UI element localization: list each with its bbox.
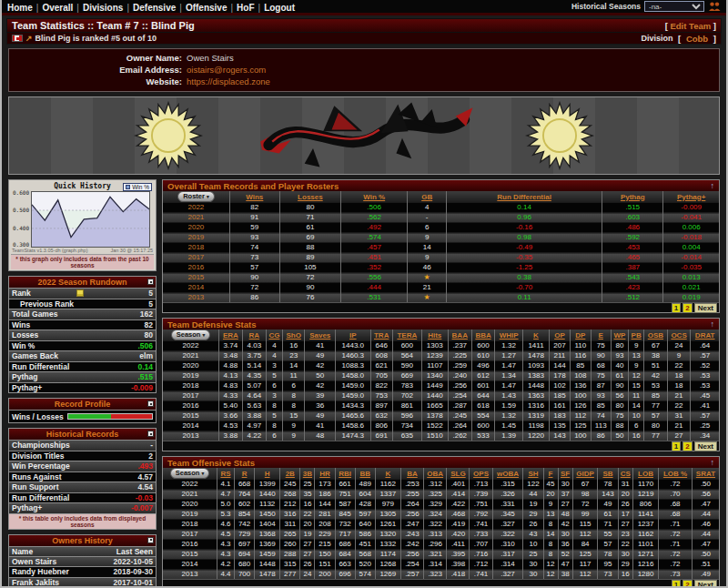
page-button-2[interactable]: 2 — [682, 303, 692, 313]
column-sort-link[interactable]: DP — [570, 329, 591, 341]
season-link[interactable]: 2016 — [163, 263, 229, 273]
season-link[interactable]: 2014 — [163, 283, 229, 293]
table-row: 201657105.35246-1.25.387-0.035 — [163, 263, 719, 273]
column-sort-link[interactable]: OSB — [644, 329, 668, 341]
stat-row: Games Backelm — [9, 350, 156, 361]
column-sort-link[interactable]: ERA — [218, 329, 242, 341]
stat-row: Pythag+-0.009 — [9, 382, 156, 393]
season-link[interactable]: 2015 — [163, 273, 229, 283]
column-sort-link[interactable]: Pythag — [602, 191, 663, 203]
column-sort-link[interactable]: LOB % — [659, 468, 693, 480]
season-link[interactable]: 2018 — [163, 243, 229, 253]
next-page-button[interactable]: Next — [694, 441, 717, 451]
edit-team-link[interactable]: Edit Team — [670, 21, 711, 31]
historical-seasons-select[interactable]: -na- — [644, 1, 704, 12]
stat-row: Runs Against4.57 — [9, 471, 156, 482]
column-sort-link[interactable]: HR — [315, 468, 335, 480]
email-link[interactable]: oistairs@rogers.com — [187, 65, 266, 75]
column-sort-link[interactable]: BBA — [471, 329, 495, 341]
nav-offensive[interactable]: Offensive — [186, 3, 228, 13]
column-sort-link[interactable]: SRAT — [692, 468, 719, 480]
next-page-button[interactable]: Next — [694, 580, 717, 588]
column-sort-link[interactable]: Pythag+ — [663, 191, 719, 203]
collapse-icon[interactable]: ↑ — [711, 320, 715, 329]
column-sort-link[interactable]: H — [255, 468, 280, 480]
team-banner — [8, 96, 720, 175]
column-sort-link[interactable]: wOBA — [492, 468, 523, 480]
page-button-1[interactable]: 1 — [672, 441, 681, 451]
column-sort-link[interactable]: RS — [217, 468, 234, 480]
collapse-icon[interactable]: ↑ — [711, 459, 715, 467]
panel-title: Record Profile — [55, 400, 111, 409]
column-sort-link[interactable]: OCS — [667, 329, 691, 341]
column-sort-link[interactable]: GB — [408, 191, 447, 203]
column-sort-link[interactable]: CG — [266, 329, 282, 341]
column-sort-link[interactable]: 2B — [280, 468, 300, 480]
column-sort-link[interactable]: K — [375, 468, 400, 480]
column-sort-link[interactable]: R — [235, 468, 255, 480]
website-link[interactable]: https://displaced.zone — [187, 76, 270, 86]
column-sort-link[interactable]: IP — [336, 329, 370, 341]
next-page-button[interactable]: Next — [694, 303, 717, 313]
nav-logout[interactable]: Logout — [264, 3, 295, 13]
nav-home[interactable]: Home — [7, 3, 33, 13]
nav-hof[interactable]: HoF — [237, 3, 254, 13]
column-sort-link[interactable]: WP — [611, 329, 628, 341]
season-link[interactable]: 2013 — [163, 293, 229, 303]
collapse-icon[interactable]: ↑ — [711, 182, 715, 190]
column-sort-link[interactable]: DRAT — [691, 329, 719, 341]
column-sort-link[interactable]: Win % — [341, 191, 408, 203]
column-sort-link[interactable]: WHIP — [495, 329, 523, 341]
column-sort-link[interactable]: F — [543, 468, 558, 480]
column-filter-pill[interactable]: Roster▾ — [177, 191, 215, 202]
column-sort-link[interactable]: TERA — [392, 329, 421, 341]
column-sort-link[interactable]: Saves — [305, 329, 336, 341]
season-link[interactable]: 2021 — [163, 213, 229, 223]
collapse-box-icon[interactable] — [147, 279, 154, 285]
column-sort-link[interactable]: TRA — [370, 329, 392, 341]
page-button-1[interactable]: 1 — [672, 580, 681, 588]
nav-overall[interactable]: Overall — [42, 3, 73, 13]
column-sort-link[interactable]: PB — [629, 329, 644, 341]
column-sort-link[interactable]: OPS — [470, 468, 492, 480]
users-icon[interactable] — [708, 2, 721, 11]
season-link[interactable]: 2022 — [163, 203, 229, 213]
column-sort-link[interactable]: RA — [242, 329, 266, 341]
season-link[interactable]: 2020 — [163, 223, 229, 233]
column-sort-link[interactable]: OBA — [423, 468, 446, 480]
column-sort-link[interactable]: 3B — [300, 468, 315, 480]
season-link[interactable]: 2017 — [163, 253, 229, 263]
page-button-2[interactable]: 2 — [682, 580, 692, 588]
column-sort-link[interactable]: SF — [558, 468, 572, 480]
column-sort-link[interactable]: K — [522, 329, 549, 341]
season-link[interactable]: 2019 — [163, 233, 229, 243]
column-sort-link[interactable]: RBI — [335, 468, 355, 480]
rank-list-icon[interactable] — [76, 289, 84, 297]
column-sort-link[interactable]: SLG — [447, 468, 470, 480]
division-link[interactable]: Cobb — [686, 34, 708, 44]
column-sort-link[interactable]: SH — [523, 468, 543, 480]
column-sort-link[interactable]: E — [591, 329, 611, 341]
page-button-1[interactable]: 1 — [672, 303, 681, 313]
column-sort-link[interactable]: LOB — [632, 468, 658, 480]
column-sort-link[interactable]: BA — [400, 468, 423, 480]
collapse-box-icon[interactable] — [147, 400, 154, 407]
column-sort-link[interactable]: BAA — [448, 329, 471, 341]
column-sort-link[interactable]: BB — [355, 468, 375, 480]
page-button-2[interactable]: 2 — [682, 441, 692, 451]
column-filter-pill[interactable]: Season▾ — [170, 468, 209, 479]
column-sort-link[interactable]: SB — [598, 468, 618, 480]
column-sort-link[interactable]: Hits — [421, 329, 448, 341]
column-sort-link[interactable]: CS — [618, 468, 632, 480]
column-sort-link[interactable]: ShO — [282, 329, 304, 341]
column-sort-link[interactable]: Losses — [279, 191, 340, 203]
nav-divisions[interactable]: Divisions — [83, 3, 123, 13]
column-sort-link[interactable]: OP — [550, 329, 571, 341]
column-sort-link[interactable]: GIDP — [572, 468, 598, 480]
column-filter-pill[interactable]: Season▾ — [171, 329, 210, 340]
collapse-box-icon[interactable] — [147, 537, 154, 543]
column-sort-link[interactable]: Wins — [229, 191, 279, 203]
nav-defensive[interactable]: Defensive — [133, 3, 176, 13]
column-sort-link[interactable]: Run Differential — [447, 191, 602, 203]
collapse-box-icon[interactable] — [147, 431, 154, 437]
